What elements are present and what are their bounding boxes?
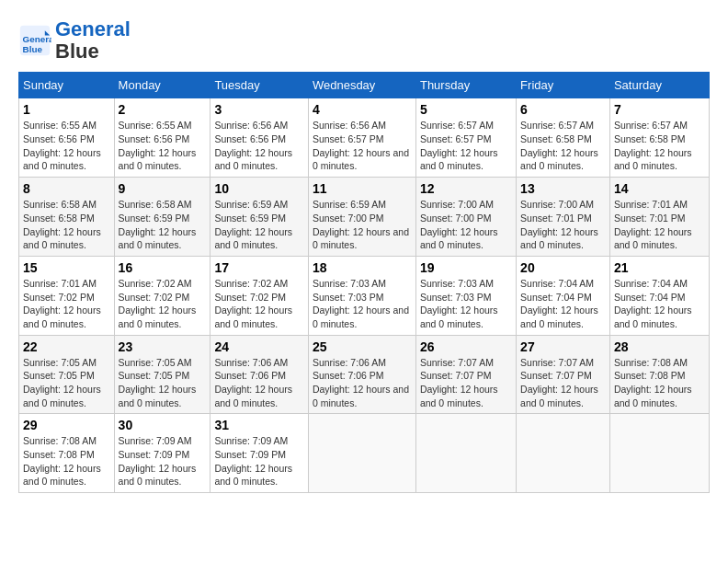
week-row-3: 15 Sunrise: 7:01 AM Sunset: 7:02 PM Dayl… bbox=[19, 256, 710, 335]
day-number: 31 bbox=[214, 418, 304, 432]
calendar-cell: 7 Sunrise: 6:57 AM Sunset: 6:58 PM Dayli… bbox=[609, 98, 709, 178]
day-detail: Sunrise: 7:07 AM Sunset: 7:07 PM Dayligh… bbox=[520, 356, 606, 410]
day-number: 11 bbox=[313, 181, 412, 196]
calendar-cell: 25 Sunrise: 7:06 AM Sunset: 7:06 PM Dayl… bbox=[308, 335, 415, 414]
day-detail: Sunrise: 7:06 AM Sunset: 7:06 PM Dayligh… bbox=[214, 356, 304, 410]
calendar-cell: 27 Sunrise: 7:07 AM Sunset: 7:07 PM Dayl… bbox=[517, 335, 610, 414]
day-detail: Sunrise: 7:03 AM Sunset: 7:03 PM Dayligh… bbox=[313, 277, 412, 331]
day-number: 7 bbox=[614, 102, 705, 117]
logo-text: GeneralBlue bbox=[55, 18, 131, 63]
calendar-cell bbox=[308, 414, 415, 493]
calendar-cell: 31 Sunrise: 7:09 AM Sunset: 7:09 PM Dayl… bbox=[210, 414, 309, 493]
day-number: 16 bbox=[119, 260, 207, 275]
svg-text:Blue: Blue bbox=[23, 44, 43, 54]
day-detail: Sunrise: 6:59 AM Sunset: 6:59 PM Dayligh… bbox=[214, 198, 304, 252]
calendar-cell: 24 Sunrise: 7:06 AM Sunset: 7:06 PM Dayl… bbox=[210, 335, 309, 414]
col-header-monday: Monday bbox=[114, 73, 210, 98]
day-detail: Sunrise: 6:55 AM Sunset: 6:56 PM Dayligh… bbox=[119, 119, 207, 173]
calendar-cell: 28 Sunrise: 7:08 AM Sunset: 7:08 PM Dayl… bbox=[609, 335, 709, 414]
day-detail: Sunrise: 6:56 AM Sunset: 6:57 PM Dayligh… bbox=[313, 119, 412, 173]
day-detail: Sunrise: 7:04 AM Sunset: 7:04 PM Dayligh… bbox=[614, 277, 705, 331]
week-row-1: 1 Sunrise: 6:55 AM Sunset: 6:56 PM Dayli… bbox=[19, 98, 710, 178]
calendar-cell: 2 Sunrise: 6:55 AM Sunset: 6:56 PM Dayli… bbox=[114, 98, 210, 178]
day-detail: Sunrise: 6:57 AM Sunset: 6:58 PM Dayligh… bbox=[614, 119, 705, 173]
calendar-cell: 10 Sunrise: 6:59 AM Sunset: 6:59 PM Dayl… bbox=[210, 178, 309, 257]
day-detail: Sunrise: 7:05 AM Sunset: 7:05 PM Dayligh… bbox=[119, 356, 207, 410]
day-detail: Sunrise: 7:01 AM Sunset: 7:02 PM Dayligh… bbox=[23, 277, 110, 331]
col-header-friday: Friday bbox=[517, 73, 610, 98]
day-number: 27 bbox=[520, 339, 606, 354]
day-number: 3 bbox=[214, 102, 304, 117]
calendar-cell: 4 Sunrise: 6:56 AM Sunset: 6:57 PM Dayli… bbox=[308, 98, 415, 178]
day-detail: Sunrise: 7:00 AM Sunset: 7:00 PM Dayligh… bbox=[420, 198, 512, 252]
calendar-cell: 8 Sunrise: 6:58 AM Sunset: 6:58 PM Dayli… bbox=[19, 178, 115, 257]
day-detail: Sunrise: 7:08 AM Sunset: 7:08 PM Dayligh… bbox=[23, 434, 110, 488]
day-detail: Sunrise: 6:59 AM Sunset: 7:00 PM Dayligh… bbox=[313, 198, 412, 252]
day-detail: Sunrise: 6:57 AM Sunset: 6:58 PM Dayligh… bbox=[520, 119, 606, 173]
calendar-cell: 1 Sunrise: 6:55 AM Sunset: 6:56 PM Dayli… bbox=[19, 98, 115, 178]
page-header: General Blue GeneralBlue bbox=[18, 18, 710, 63]
week-row-2: 8 Sunrise: 6:58 AM Sunset: 6:58 PM Dayli… bbox=[19, 178, 710, 257]
calendar-cell bbox=[517, 414, 610, 493]
day-number: 17 bbox=[214, 260, 304, 275]
day-detail: Sunrise: 7:00 AM Sunset: 7:01 PM Dayligh… bbox=[520, 198, 606, 252]
calendar-cell: 15 Sunrise: 7:01 AM Sunset: 7:02 PM Dayl… bbox=[19, 256, 115, 335]
day-detail: Sunrise: 7:05 AM Sunset: 7:05 PM Dayligh… bbox=[23, 356, 110, 410]
calendar-cell: 22 Sunrise: 7:05 AM Sunset: 7:05 PM Dayl… bbox=[19, 335, 115, 414]
day-number: 26 bbox=[420, 339, 512, 354]
day-detail: Sunrise: 7:03 AM Sunset: 7:03 PM Dayligh… bbox=[420, 277, 512, 331]
calendar-cell: 26 Sunrise: 7:07 AM Sunset: 7:07 PM Dayl… bbox=[415, 335, 516, 414]
day-number: 21 bbox=[614, 260, 705, 275]
calendar-cell: 3 Sunrise: 6:56 AM Sunset: 6:56 PM Dayli… bbox=[210, 98, 309, 178]
logo-icon: General Blue bbox=[18, 24, 51, 57]
day-number: 20 bbox=[520, 260, 606, 275]
day-number: 12 bbox=[420, 181, 512, 196]
day-detail: Sunrise: 6:56 AM Sunset: 6:56 PM Dayligh… bbox=[214, 119, 304, 173]
day-detail: Sunrise: 7:09 AM Sunset: 7:09 PM Dayligh… bbox=[214, 434, 304, 488]
day-number: 15 bbox=[23, 260, 110, 275]
day-detail: Sunrise: 6:58 AM Sunset: 6:59 PM Dayligh… bbox=[119, 198, 207, 252]
logo: General Blue GeneralBlue bbox=[18, 18, 131, 63]
calendar-cell: 16 Sunrise: 7:02 AM Sunset: 7:02 PM Dayl… bbox=[114, 256, 210, 335]
calendar-cell: 12 Sunrise: 7:00 AM Sunset: 7:00 PM Dayl… bbox=[415, 178, 516, 257]
calendar-cell bbox=[415, 414, 516, 493]
calendar-cell: 18 Sunrise: 7:03 AM Sunset: 7:03 PM Dayl… bbox=[308, 256, 415, 335]
calendar-cell: 13 Sunrise: 7:00 AM Sunset: 7:01 PM Dayl… bbox=[517, 178, 610, 257]
day-number: 2 bbox=[119, 102, 207, 117]
col-header-saturday: Saturday bbox=[609, 73, 709, 98]
day-number: 1 bbox=[23, 102, 110, 117]
week-row-4: 22 Sunrise: 7:05 AM Sunset: 7:05 PM Dayl… bbox=[19, 335, 710, 414]
day-number: 29 bbox=[23, 418, 110, 432]
calendar-cell: 29 Sunrise: 7:08 AM Sunset: 7:08 PM Dayl… bbox=[19, 414, 115, 493]
day-detail: Sunrise: 7:02 AM Sunset: 7:02 PM Dayligh… bbox=[214, 277, 304, 331]
calendar-cell: 30 Sunrise: 7:09 AM Sunset: 7:09 PM Dayl… bbox=[114, 414, 210, 493]
day-detail: Sunrise: 6:57 AM Sunset: 6:57 PM Dayligh… bbox=[420, 119, 512, 173]
day-number: 19 bbox=[420, 260, 512, 275]
day-detail: Sunrise: 6:55 AM Sunset: 6:56 PM Dayligh… bbox=[23, 119, 110, 173]
day-number: 28 bbox=[614, 339, 705, 354]
day-number: 30 bbox=[119, 418, 207, 432]
day-number: 22 bbox=[23, 339, 110, 354]
day-detail: Sunrise: 6:58 AM Sunset: 6:58 PM Dayligh… bbox=[23, 198, 110, 252]
day-number: 4 bbox=[313, 102, 412, 117]
week-row-5: 29 Sunrise: 7:08 AM Sunset: 7:08 PM Dayl… bbox=[19, 414, 710, 493]
day-detail: Sunrise: 7:06 AM Sunset: 7:06 PM Dayligh… bbox=[313, 356, 412, 410]
day-number: 10 bbox=[214, 181, 304, 196]
day-number: 5 bbox=[420, 102, 512, 117]
col-header-tuesday: Tuesday bbox=[210, 73, 309, 98]
calendar-cell: 9 Sunrise: 6:58 AM Sunset: 6:59 PM Dayli… bbox=[114, 178, 210, 257]
calendar-cell: 17 Sunrise: 7:02 AM Sunset: 7:02 PM Dayl… bbox=[210, 256, 309, 335]
calendar-cell: 6 Sunrise: 6:57 AM Sunset: 6:58 PM Dayli… bbox=[517, 98, 610, 178]
day-number: 23 bbox=[119, 339, 207, 354]
calendar-table: SundayMondayTuesdayWednesdayThursdayFrid… bbox=[18, 72, 710, 493]
day-detail: Sunrise: 7:09 AM Sunset: 7:09 PM Dayligh… bbox=[119, 434, 207, 488]
day-number: 18 bbox=[313, 260, 412, 275]
day-number: 24 bbox=[214, 339, 304, 354]
day-number: 9 bbox=[119, 181, 207, 196]
calendar-cell: 14 Sunrise: 7:01 AM Sunset: 7:01 PM Dayl… bbox=[609, 178, 709, 257]
day-number: 25 bbox=[313, 339, 412, 354]
day-detail: Sunrise: 7:07 AM Sunset: 7:07 PM Dayligh… bbox=[420, 356, 512, 410]
calendar-cell: 20 Sunrise: 7:04 AM Sunset: 7:04 PM Dayl… bbox=[517, 256, 610, 335]
day-detail: Sunrise: 7:08 AM Sunset: 7:08 PM Dayligh… bbox=[614, 356, 705, 410]
day-number: 6 bbox=[520, 102, 606, 117]
